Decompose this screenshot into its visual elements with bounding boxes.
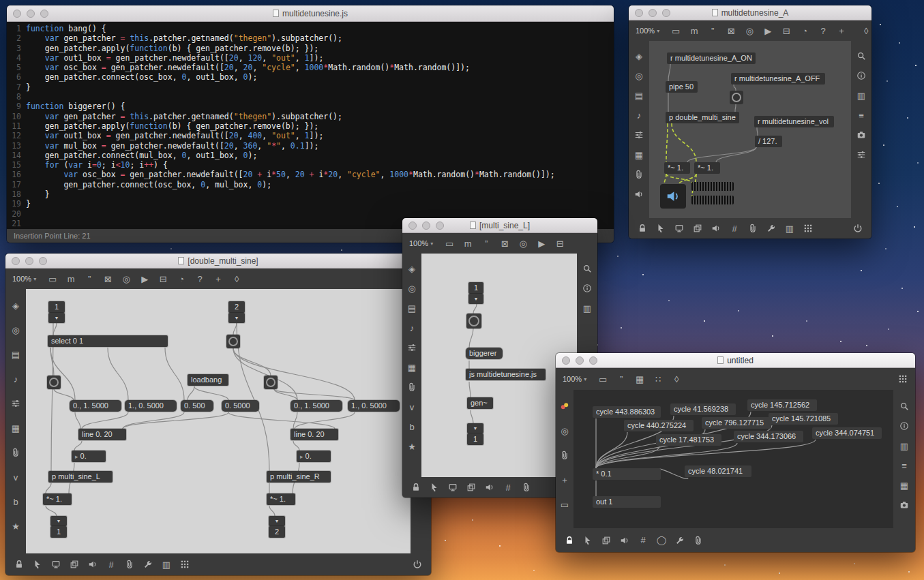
menu-arrow[interactable]: ▼ [48,313,65,323]
message-box[interactable]: 0. 5000 [222,400,259,412]
cursor-icon[interactable] [32,559,43,570]
zoom-button[interactable] [589,356,597,365]
star-icon[interactable]: ★ [10,521,21,532]
outlet-arrow[interactable]: ▼ [269,516,285,526]
comment-icon[interactable]: ” [707,25,718,36]
biggerer-message[interactable]: biggerer [466,348,503,359]
titlebar[interactable]: multidetunesine.js [7,5,614,22]
ring-icon[interactable]: ◯ [656,535,667,546]
comment-icon[interactable]: ” [616,373,627,384]
subpatcher-box[interactable]: p multi_sine_R [267,471,331,483]
sliders-palette-icon[interactable] [634,129,644,140]
code-editor[interactable]: 1function bang() {2 var gen_patcher = th… [7,22,614,229]
metro-icon[interactable]: ◔ [799,25,810,36]
help-icon[interactable]: ? [194,273,205,284]
paperclip-icon[interactable] [406,382,417,393]
divide-box[interactable]: / 127. [755,136,782,147]
layers-icon[interactable] [466,482,477,493]
meter-display[interactable] [691,196,734,204]
object-box-icon[interactable]: ▭ [670,25,681,36]
signal-multiply-box[interactable]: *~ 1. [267,493,295,505]
audio-palette-icon[interactable]: ♪ [10,373,21,384]
toggle-icon[interactable]: ⊠ [102,273,113,284]
power-icon[interactable] [412,559,423,570]
message-box[interactable]: 0. 500 [181,400,213,412]
v-palette-icon[interactable]: v [10,472,21,483]
v-palette-icon[interactable]: v [406,401,417,412]
playbar-icon[interactable]: ▶ [536,238,547,249]
mixer-icon[interactable] [856,149,867,160]
line-box[interactable]: line 0. 20 [290,429,338,440]
titlebar[interactable]: untitled [556,353,915,368]
meter-display[interactable] [691,182,734,191]
cursor-icon[interactable] [655,223,666,234]
power-icon[interactable] [852,223,863,234]
add-icon[interactable]: + [559,474,570,485]
subpatcher-box[interactable]: p double_multi_sine [666,112,739,123]
paperclip-icon[interactable] [559,450,570,461]
patcher-canvas[interactable]: 1▼biggererjs multidetunesine.jsgen~▼1 [421,254,577,477]
layers-icon[interactable] [601,535,612,546]
number-box-icon[interactable]: ⊟ [158,273,168,284]
help-icon[interactable]: ? [818,25,829,36]
number-box-icon[interactable]: ⊟ [554,238,565,249]
paint-bucket-icon[interactable]: ◊ [671,373,682,384]
grid-icon[interactable]: # [106,559,117,570]
patcher-canvas[interactable]: r multidetunesine_A_ONpipe 50r multidetu… [649,41,851,218]
star-icon[interactable]: ★ [406,441,417,452]
button-icon[interactable]: ◎ [744,25,755,36]
button-palette-icon[interactable]: ◎ [559,425,570,436]
message-box[interactable]: 0., 1. 5000 [290,400,342,412]
minimize-button[interactable] [25,257,33,265]
button-palette-icon[interactable]: ◎ [406,283,417,294]
message-box[interactable]: 1., 0. 5000 [125,400,177,412]
patcher-canvas[interactable]: cycle 443.886303cycle 41.569238cycle 145… [573,390,893,528]
grid-icon[interactable]: # [503,482,513,493]
comment-icon[interactable]: ” [481,238,492,249]
zoom-button[interactable] [39,257,47,265]
receive-off-box[interactable]: r multidetunesine_A_OFF [731,73,825,85]
object-box-icon[interactable]: ▭ [47,273,58,284]
b-palette-icon[interactable]: b [406,421,417,432]
audio-palette-icon[interactable]: ♪ [406,322,417,333]
cycle-box[interactable]: cycle 145.712562 [747,399,817,411]
button-icon[interactable]: ◎ [518,238,528,249]
grid-icon[interactable]: # [638,535,649,546]
audio-on-icon[interactable] [87,559,98,570]
zoom-control[interactable]: 100%▾ [636,27,659,35]
bang-button[interactable] [47,376,61,389]
info-icon[interactable] [899,421,910,431]
cursor-icon[interactable] [429,482,440,493]
search-icon[interactable] [856,50,867,61]
audio-palette-icon[interactable]: ♪ [634,110,644,121]
panel-icon[interactable]: ▥ [784,223,795,234]
snapshot-icon[interactable] [899,500,910,510]
b-palette-icon[interactable]: b [10,496,21,507]
close-button[interactable] [635,9,643,17]
presentation-icon[interactable] [447,482,458,493]
comment-icon[interactable]: ” [84,273,95,284]
minimize-button[interactable] [422,222,430,230]
list-icon[interactable]: ≡ [856,110,867,121]
paperclip-icon[interactable] [747,223,758,234]
wrench-icon[interactable] [674,535,685,546]
columns-icon[interactable]: ▥ [582,303,593,314]
loadbang-box[interactable]: loadbang [188,374,228,386]
metro-icon[interactable]: ◔ [176,273,187,284]
playbar-icon[interactable]: ▶ [139,273,150,284]
zoom-control[interactable]: 100%▾ [12,275,36,283]
zoom-button[interactable] [436,222,444,230]
menu-arrow[interactable]: ▼ [228,313,245,323]
grid-icon[interactable]: # [729,223,740,234]
float-number-box[interactable]: 0. [297,451,331,462]
number-menu[interactable]: 2 [228,301,245,313]
info-icon[interactable] [582,283,593,294]
ezdac-speaker-button[interactable] [660,184,686,209]
outlet-number[interactable]: 2 [269,526,285,538]
receive-on-box[interactable]: r multidetunesine_A_ON [667,52,756,64]
subpatcher-box[interactable]: p multi_sine_L [48,471,113,483]
layers-icon[interactable] [692,223,703,234]
message-box[interactable]: 0., 1. 5000 [70,400,121,412]
objects-palette-icon[interactable]: ◈ [406,263,417,274]
button-palette-icon[interactable]: ◎ [634,70,644,81]
